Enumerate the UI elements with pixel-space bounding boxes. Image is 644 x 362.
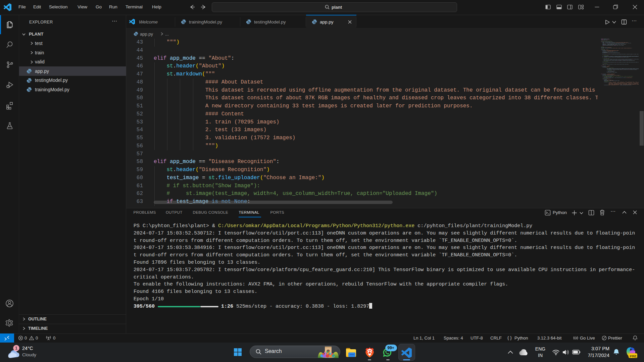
- svg-text:1: 1: [15, 346, 17, 351]
